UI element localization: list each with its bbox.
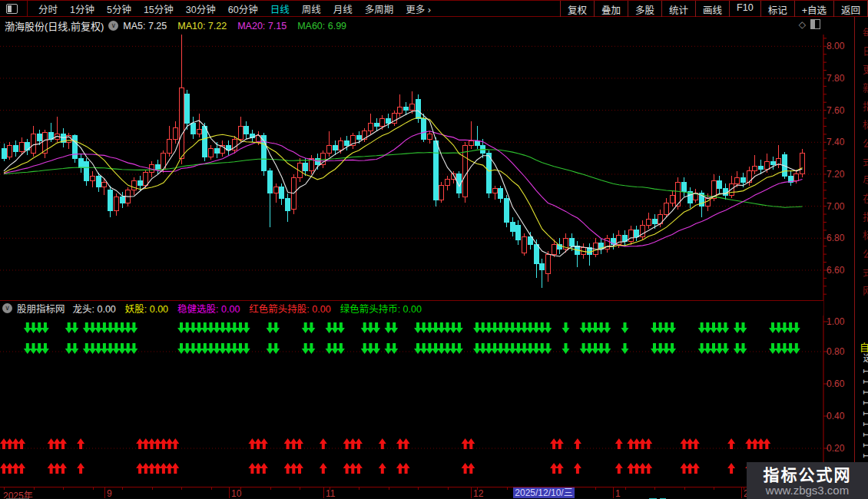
candle-body xyxy=(96,176,101,187)
toolbar-button-标记[interactable]: 标记 xyxy=(760,1,794,17)
green-down-arrow xyxy=(721,343,729,354)
candle-body xyxy=(179,88,184,158)
toolbar-button-复权[interactable]: 复权 xyxy=(560,1,594,17)
price-axis-label: 7.40 xyxy=(827,137,853,147)
period-tab-更多 ›[interactable]: 更多 › xyxy=(399,2,437,16)
green-down-arrow xyxy=(544,322,552,333)
period-tab-60分钟[interactable]: 60分钟 xyxy=(222,2,264,16)
candle-body xyxy=(238,126,243,139)
green-down-arrow xyxy=(456,343,463,354)
candle-body xyxy=(552,245,556,254)
red-up-arrow xyxy=(18,438,25,449)
candle-body xyxy=(753,167,757,171)
candle-body xyxy=(404,107,409,110)
toolbar-button-叠加[interactable]: 叠加 xyxy=(594,1,628,17)
green-down-arrow xyxy=(130,343,137,354)
axis-minor-tick xyxy=(63,487,64,490)
month-gridline xyxy=(323,487,324,499)
price-axis-label: 7.60 xyxy=(827,105,853,116)
main-chart[interactable] xyxy=(0,1,868,499)
green-down-arrow xyxy=(668,322,676,333)
axis-minor-tick xyxy=(625,487,626,490)
stock-title: 渤海股份(日线,前复权) xyxy=(5,18,104,33)
period-tab-周线[interactable]: 周线 xyxy=(296,2,327,16)
red-up-arrow xyxy=(296,438,303,449)
axis-minor-tick xyxy=(654,487,655,490)
clipped-side-panel[interactable]: 每日更新指标公式尽在指标公式网 自 选111111111 xyxy=(854,17,868,499)
month-label: 1 xyxy=(615,488,621,499)
period-tab-15分钟[interactable]: 15分钟 xyxy=(137,2,180,16)
candle-body xyxy=(735,177,740,183)
red-up-arrow xyxy=(260,438,268,449)
window-layout-icon[interactable] xyxy=(6,4,18,14)
diamond-icon[interactable]: ◇ xyxy=(799,19,806,30)
chevron-down-icon[interactable]: ∨ xyxy=(108,21,118,31)
month-gridline xyxy=(471,487,472,499)
red-up-arrow xyxy=(260,463,268,474)
toolbar-button-+自选[interactable]: +自选 xyxy=(794,1,833,17)
green-down-arrow xyxy=(668,343,676,354)
green-down-arrow xyxy=(272,322,280,333)
indicator-header: ∨ 股朋指标网 龙头: 0.00妖股: 0.00稳健选股: 0.00红色箭头持股… xyxy=(0,300,823,316)
green-down-arrow xyxy=(337,322,345,333)
red-up-arrow xyxy=(692,438,700,449)
candle-body xyxy=(91,176,95,180)
month-label: 12 xyxy=(473,488,483,499)
red-up-arrow xyxy=(355,463,363,474)
candle-body xyxy=(190,123,195,134)
toolbar-button-多股[interactable]: 多股 xyxy=(628,1,661,17)
toolbar-button-画线[interactable]: 画线 xyxy=(695,1,729,17)
candle-body xyxy=(741,177,746,182)
red-up-arrow xyxy=(296,463,303,474)
toolbar-button-F10[interactable]: F10 xyxy=(729,1,760,17)
green-down-arrow xyxy=(562,343,570,354)
candle-body xyxy=(800,154,805,174)
candle-body xyxy=(534,245,538,264)
period-tab-5分钟[interactable]: 5分钟 xyxy=(101,2,137,16)
indicator-axis-label: 0.80 xyxy=(827,346,853,357)
red-up-arrow xyxy=(355,438,363,449)
month-label: 11 xyxy=(326,488,335,499)
green-down-arrow xyxy=(373,343,380,354)
month-label: 9 xyxy=(107,488,112,499)
split-view-icon[interactable] xyxy=(810,19,820,29)
indicator-fields: 龙头: 0.00妖股: 0.00稳健选股: 0.00红色箭头持股: 0.00绿色… xyxy=(73,301,431,316)
green-down-arrow xyxy=(793,343,800,354)
period-tab-30分钟[interactable]: 30分钟 xyxy=(180,2,222,16)
candle-body xyxy=(114,197,118,211)
period-tab-多周期[interactable]: 多周期 xyxy=(359,2,400,16)
red-up-arrow xyxy=(18,463,25,474)
axis-minor-tick xyxy=(684,487,685,490)
watermark-url: www.zbgs3.com xyxy=(766,484,849,497)
candle-body xyxy=(356,136,361,139)
red-up-arrow xyxy=(379,463,386,474)
red-up-arrow xyxy=(379,438,386,449)
green-down-arrow xyxy=(793,322,800,333)
candle-body xyxy=(108,190,113,211)
candle-body xyxy=(25,142,30,150)
axis-minor-tick xyxy=(181,487,182,490)
red-up-arrow xyxy=(615,438,623,449)
time-axis[interactable]: 2025年 2025/12/10/三 910111212 xyxy=(0,487,868,498)
toolbar-button-返回[interactable]: 返回 xyxy=(833,1,868,17)
candle-body xyxy=(2,149,6,158)
period-tab-分时[interactable]: 分时 xyxy=(32,2,64,16)
axis-minor-tick xyxy=(448,487,449,490)
price-axis-label: 6.60 xyxy=(827,265,853,276)
candle-body xyxy=(469,140,473,145)
chevron-down-icon[interactable]: ∨ xyxy=(2,303,12,313)
candle-body xyxy=(475,140,479,145)
axis-minor-tick xyxy=(744,487,744,490)
green-down-arrow xyxy=(41,322,49,333)
period-tab-日线[interactable]: 日线 xyxy=(264,2,296,16)
red-up-arrow xyxy=(403,438,410,449)
candle-body xyxy=(120,197,124,203)
period-tab-月线[interactable]: 月线 xyxy=(327,2,359,16)
candle-body xyxy=(244,126,249,134)
green-down-arrow xyxy=(621,343,629,354)
axis-minor-tick xyxy=(359,487,359,490)
green-down-arrow xyxy=(721,322,729,333)
period-tab-1分钟[interactable]: 1分钟 xyxy=(64,2,101,16)
candle-body xyxy=(102,182,107,187)
toolbar-button-统计[interactable]: 统计 xyxy=(661,1,695,17)
